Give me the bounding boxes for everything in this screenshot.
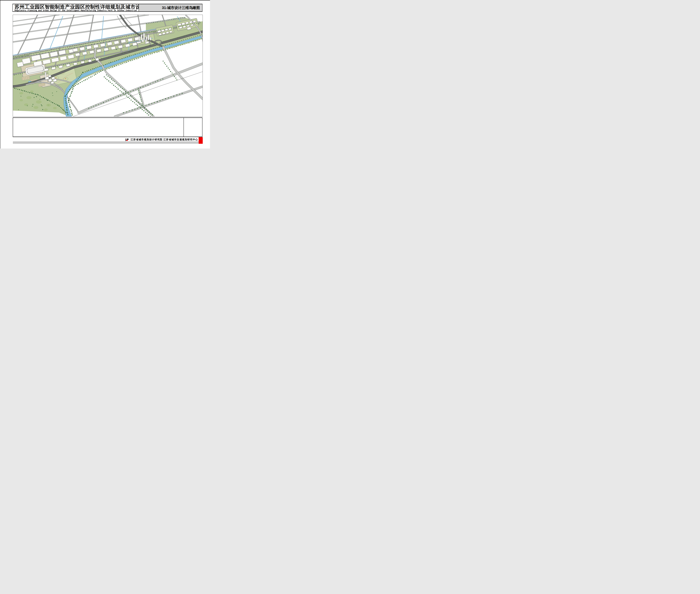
institute-names: 江苏省城市规划设计研究院 江苏省城市交通规划研究中心	[131, 138, 198, 141]
page-left-rule	[0, 0, 0, 148]
footer: J P 江苏省城市规划设计研究院 江苏省城市交通规划研究中心	[125, 138, 198, 141]
svg-text:J: J	[125, 138, 126, 141]
red-corner-mark	[199, 137, 203, 144]
bottom-gray-bar	[13, 141, 199, 144]
sheet-label: 31-城市设计三维鸟瞰图	[162, 5, 200, 10]
title-block: 苏州工业园区智能制造产业园区控制性详细规划及城市设计 Regulatory Pl…	[12, 4, 202, 12]
aerial-rendering-frame	[13, 15, 203, 117]
jsupdi-logo-icon: J P	[125, 138, 129, 141]
project-title: 苏州工业园区智能制造产业园区控制性详细规划及城市设计	[14, 4, 138, 9]
sheet-number-cell: 31-城市设计三维鸟瞰图	[138, 4, 202, 11]
empty-notes-panel	[13, 118, 202, 137]
panel-divider-line	[184, 118, 184, 137]
page-top-rule	[0, 0, 210, 0]
title-cell: 苏州工业园区智能制造产业园区控制性详细规划及城市设计 Regulatory Pl…	[13, 4, 138, 11]
aerial-rendering	[13, 15, 202, 117]
plan-sheet: 苏州工业园区智能制造产业园区控制性详细规划及城市设计 Regulatory Pl…	[0, 0, 210, 148]
project-subtitle-en: Regulatory Planning and Urban Design of …	[14, 9, 138, 11]
